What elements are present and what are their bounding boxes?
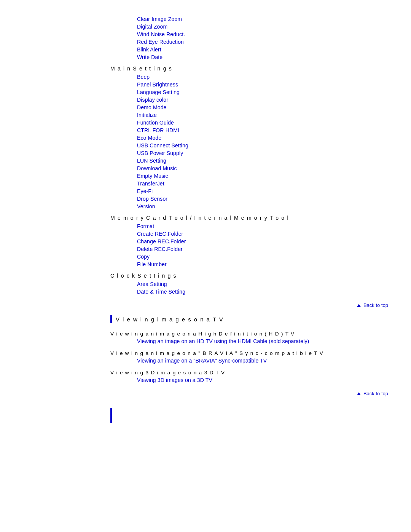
viewing-hd-tv-heading: V i e w i n g a n i m a g e o n a H i g … [0,329,411,337]
triangle-up-icon-2 [357,392,361,395]
red-eye-reduction-link[interactable]: Red Eye Reduction [0,38,411,46]
date-time-setting-link[interactable]: Date & Time Setting [0,288,411,296]
transferjet-link[interactable]: TransferJet [0,180,411,187]
main-settings-section: M a i n S e t t i n g s Beep Panel Brigh… [0,64,411,210]
back-to-top-label-2: Back to top [363,391,388,396]
clock-settings-section: C l o c k S e t t i n g s Area Setting D… [0,271,411,296]
file-number-link[interactable]: File Number [0,260,411,268]
function-guide-link[interactable]: Function Guide [0,119,411,126]
language-setting-link[interactable]: Language Setting [0,88,411,96]
memory-card-tool-section: M e m o r y C a r d T o o l / I n t e r … [0,213,411,268]
format-link[interactable]: Format [0,222,411,230]
copy-link[interactable]: Copy [0,253,411,260]
display-color-link[interactable]: Display color [0,96,411,104]
back-to-top-link-2[interactable]: Back to top [357,391,388,396]
ctrl-hdmi-link[interactable]: CTRL FOR HDMI [0,126,411,134]
beep-link[interactable]: Beep [0,73,411,81]
viewing-tv-section: V i e w i n g i m a g e s o n a T V [110,315,411,323]
viewing-3d-heading: V i e w i n g 3 D i m a g e s o n a 3 D … [0,367,411,376]
viewing-3d-link[interactable]: Viewing 3D images on a 3D TV [0,376,411,384]
back-to-top-row-2: Back to top [0,391,411,396]
back-to-top-link-1[interactable]: Back to top [357,302,388,308]
drop-sensor-link[interactable]: Drop Sensor [0,195,411,203]
delete-rec-folder-link[interactable]: Delete REC.Folder [0,245,411,253]
viewing-bravia-heading: V i e w i n g a n i m a g e o n a " B R … [0,348,411,357]
download-music-link[interactable]: Download Music [0,165,411,172]
viewing-bravia-section: V i e w i n g a n i m a g e o n a " B R … [0,348,411,364]
viewing-hd-tv-link[interactable]: Viewing an image on an HD TV using the H… [0,337,411,345]
usb-power-supply-link[interactable]: USB Power Supply [0,149,411,157]
change-rec-folder-link[interactable]: Change REC.Folder [0,238,411,245]
viewing-tv-heading: V i e w i n g i m a g e s o n a T V [116,316,224,323]
initialize-link[interactable]: Initialize [0,111,411,119]
bottom-blue-bar [110,408,411,423]
page-container: Clear Image Zoom Digital Zoom Wind Noise… [0,8,411,431]
viewing-3d-section: V i e w i n g 3 D i m a g e s o n a 3 D … [0,367,411,384]
create-rec-folder-link[interactable]: Create REC.Folder [0,230,411,238]
panel-brightness-link[interactable]: Panel Brightness [0,81,411,88]
back-to-top-row-1: Back to top [0,302,411,308]
back-to-top-label-1: Back to top [363,302,388,308]
clock-settings-heading: C l o c k S e t t i n g s [0,271,411,280]
empty-music-link[interactable]: Empty Music [0,172,411,180]
main-settings-heading: M a i n S e t t i n g s [0,64,411,73]
eco-mode-link[interactable]: Eco Mode [0,134,411,142]
camera-links-section: Clear Image Zoom Digital Zoom Wind Noise… [0,15,411,61]
area-setting-link[interactable]: Area Setting [0,280,411,288]
blink-alert-link[interactable]: Blink Alert [0,46,411,53]
lun-setting-link[interactable]: LUN Setting [0,157,411,165]
clear-image-zoom-link[interactable]: Clear Image Zoom [0,15,411,23]
section-bar-icon [110,315,112,323]
demo-mode-link[interactable]: Demo Mode [0,104,411,111]
write-date-link[interactable]: Write Date [0,53,411,61]
wind-noise-reduct-link[interactable]: Wind Noise Reduct. [0,30,411,38]
memory-card-tool-heading: M e m o r y C a r d T o o l / I n t e r … [0,213,411,222]
eye-fi-link[interactable]: Eye-Fi [0,187,411,195]
digital-zoom-link[interactable]: Digital Zoom [0,23,411,30]
viewing-bravia-link[interactable]: Viewing an image on a "BRAVIA" Sync-comp… [0,357,411,364]
version-link[interactable]: Version [0,203,411,210]
triangle-up-icon-1 [357,304,361,307]
usb-connect-setting-link[interactable]: USB Connect Setting [0,142,411,149]
viewing-hd-tv-section: V i e w i n g a n i m a g e o n a H i g … [0,329,411,345]
